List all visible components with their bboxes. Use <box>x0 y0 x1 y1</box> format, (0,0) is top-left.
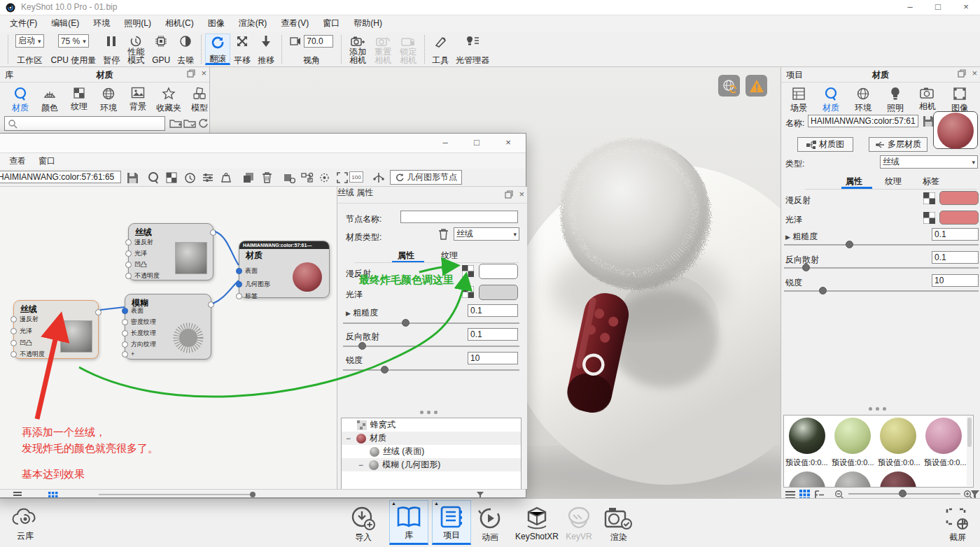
library-search-field[interactable] <box>18 118 164 129</box>
minimize-button[interactable]: – <box>896 0 924 15</box>
sharpness-input[interactable] <box>932 274 979 287</box>
port-in[interactable] <box>122 319 128 325</box>
node-material[interactable]: HAIMIANWANG:color:57:61— 材质 表面 几何图形 标签 <box>239 241 330 298</box>
preset-item[interactable] <box>925 418 962 454</box>
sheen-texture-icon[interactable] <box>462 286 474 298</box>
refresh-icon[interactable] <box>197 118 209 129</box>
port-out[interactable] <box>208 301 214 308</box>
sheen-color-swatch[interactable] <box>939 211 979 225</box>
menu-lighting[interactable]: 照明(L) <box>117 15 158 31</box>
denoise-button[interactable]: 去噪 <box>174 34 197 65</box>
float-panel-icon[interactable] <box>958 69 966 78</box>
multi-material-button[interactable]: 多层材质 <box>869 137 927 152</box>
preset-item[interactable] <box>834 418 871 454</box>
material-preview[interactable] <box>933 111 978 149</box>
library-tab-backplates[interactable]: 背景 <box>122 87 154 113</box>
backscatter-input[interactable] <box>932 251 979 264</box>
close-panel-icon[interactable]: × <box>519 190 524 199</box>
port-in-connected[interactable] <box>236 268 242 274</box>
pan-button[interactable]: 平移 <box>230 34 254 65</box>
port-in[interactable] <box>10 340 17 346</box>
project-tab-camera[interactable]: 相机 <box>911 87 944 113</box>
material-graph-button[interactable]: 材质图 <box>797 137 853 152</box>
collapse-icon[interactable]: − <box>346 434 353 443</box>
sheen-texture-icon[interactable] <box>923 212 935 224</box>
diffuse-color-swatch[interactable] <box>939 191 979 205</box>
menu-render[interactable]: 渲染(R) <box>232 15 274 31</box>
roughness-input[interactable] <box>932 228 979 241</box>
material-type-dropdown[interactable]: 丝绒▾ <box>880 155 978 169</box>
project-dock-button[interactable]: ▲ 项目 <box>432 500 471 545</box>
tumble-button[interactable]: 翻滚 <box>205 34 230 65</box>
library-tab-models[interactable]: 模型 <box>183 87 216 114</box>
diffuse-color-swatch[interactable] <box>479 264 518 279</box>
zoom-100-icon[interactable]: 100 <box>349 171 363 183</box>
light-manager-button[interactable]: 光管理器 <box>452 34 493 65</box>
import-folder-icon[interactable] <box>183 118 196 129</box>
add-folder-icon[interactable] <box>169 118 182 129</box>
diffuse-texture-icon[interactable] <box>462 265 474 277</box>
material-ball-icon[interactable] <box>145 170 162 185</box>
duplicate-icon[interactable] <box>240 170 257 185</box>
cloud-library-button[interactable]: 云库 <box>11 506 39 542</box>
graph-material-name-input[interactable] <box>0 171 121 183</box>
cpu-usage-dropdown[interactable]: 75 %▾ <box>58 34 89 48</box>
subtab-properties[interactable]: 属性 <box>846 176 862 187</box>
connector-icon[interactable] <box>370 170 387 185</box>
project-tab-lighting[interactable]: 照明 <box>879 87 911 114</box>
dolly-button[interactable]: 推移 <box>254 34 278 65</box>
node-name-input[interactable] <box>400 211 518 223</box>
port-in[interactable] <box>236 293 242 299</box>
menu-camera[interactable]: 相机(C) <box>158 15 201 31</box>
tree-row-fuzz[interactable]: − 模糊 (几何图形) <box>342 458 521 471</box>
material-name-input[interactable] <box>808 115 918 127</box>
show-textures-icon[interactable] <box>281 170 298 185</box>
port-in[interactable] <box>10 351 17 357</box>
preset-item[interactable] <box>880 418 916 454</box>
workspace-dropdown[interactable]: 启动▾ <box>15 34 44 48</box>
menu-environment[interactable]: 环境 <box>86 15 117 31</box>
history-icon[interactable] <box>181 170 198 185</box>
library-dock-button[interactable]: ▲ 库 <box>389 500 428 545</box>
sharpness-input[interactable] <box>468 352 518 364</box>
gpu-button[interactable]: GPU <box>148 34 174 65</box>
backscatter-input[interactable] <box>468 328 518 341</box>
import-button[interactable]: 导入 <box>349 506 378 544</box>
float-panel-icon[interactable] <box>505 190 513 199</box>
animation-button[interactable]: 动画 <box>476 506 504 544</box>
maximize-button[interactable]: □ <box>924 0 952 15</box>
backscatter-slider[interactable] <box>343 341 519 350</box>
project-tab-material[interactable]: 材质 <box>815 87 847 114</box>
port-in[interactable] <box>125 273 132 279</box>
gprops-tab-textures[interactable]: 纹理 <box>441 250 458 262</box>
graph-maximize-button[interactable]: □ <box>463 136 491 151</box>
graph-close-button[interactable]: × <box>494 136 522 151</box>
render-button[interactable]: 渲染 <box>603 506 634 544</box>
thumbnail-size-slider[interactable] <box>848 489 960 498</box>
port-in[interactable] <box>10 328 17 334</box>
port-in-connected[interactable] <box>122 308 128 314</box>
library-tab-colors[interactable]: 颜色 <box>34 87 66 114</box>
port-in[interactable] <box>125 239 132 246</box>
preset-item[interactable] <box>789 471 825 488</box>
screenshot-button[interactable]: 截屏 <box>944 506 972 544</box>
menu-image[interactable]: 图像 <box>201 15 232 31</box>
network-update-button[interactable] <box>718 75 740 97</box>
subtab-textures[interactable]: 纹理 <box>885 176 902 187</box>
fov-input[interactable] <box>304 35 333 48</box>
roughness-input[interactable] <box>468 304 518 317</box>
library-tab-environments[interactable]: 环境 <box>92 87 125 114</box>
preset-item[interactable] <box>880 471 916 488</box>
graph-minimize-button[interactable]: – <box>431 136 459 151</box>
project-tab-image[interactable]: 图像 <box>944 87 976 114</box>
port-in[interactable] <box>122 330 128 336</box>
preset-scrollbar[interactable] <box>967 416 972 486</box>
split-preview-icon[interactable] <box>163 170 180 185</box>
port-out[interactable] <box>210 229 216 236</box>
close-panel-icon[interactable]: × <box>201 69 206 78</box>
port-in[interactable] <box>125 250 132 257</box>
collapse-icon[interactable]: − <box>358 460 365 470</box>
close-button[interactable]: × <box>952 0 980 15</box>
graph-window-titlebar[interactable]: – □ × <box>0 134 526 153</box>
menu-window[interactable]: 窗口 <box>316 15 346 31</box>
